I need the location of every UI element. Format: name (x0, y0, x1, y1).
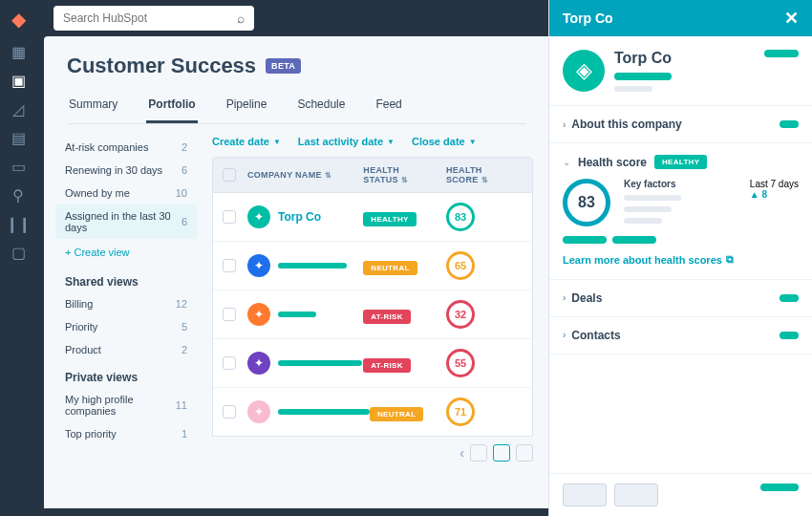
delta-value: ▲ 8 (750, 189, 799, 200)
filter-create-date[interactable]: Create date▼ (212, 136, 281, 147)
tab-schedule[interactable]: Schedule (295, 92, 347, 123)
panel-footer (549, 473, 812, 516)
section-about[interactable]: ›About this company (549, 106, 812, 143)
row-checkbox[interactable] (223, 210, 236, 224)
table-row[interactable]: ✦ AT-RISK 55 (213, 339, 532, 388)
footer-button-2[interactable] (614, 484, 658, 506)
view-product[interactable]: Product2 (55, 338, 197, 361)
company-avatar: ✦ (247, 303, 270, 326)
nav-box-icon[interactable]: ▢ (11, 245, 26, 260)
section-deals[interactable]: ›Deals (549, 280, 812, 317)
learn-more-link[interactable]: Learn more about health scores ⧉ (563, 253, 734, 266)
external-link-icon: ⧉ (726, 253, 734, 266)
section-contacts[interactable]: ›Contacts (549, 317, 812, 355)
search-input[interactable] (63, 11, 229, 25)
company-bar (278, 409, 370, 415)
table-row[interactable]: ✦ AT-RISK 32 (213, 290, 532, 339)
panel-header: Torp Co ✕ (549, 0, 812, 36)
view-owned[interactable]: Owned by me10 (55, 182, 197, 204)
score-ring: 32 (446, 300, 475, 329)
beta-badge: BETA (266, 58, 301, 74)
nav-doc-icon[interactable]: ▤ (11, 130, 26, 145)
action-stub[interactable] (764, 50, 799, 57)
pagination: ‹ (212, 437, 533, 469)
panel-body: ◈ Torp Co ›About this company ⌄ Health s… (549, 36, 812, 473)
filter-last-activity[interactable]: Last activity date▼ (298, 136, 395, 147)
content-area: Customer Success BETA Summary Portfolio … (44, 36, 548, 508)
chevron-down-icon: ▼ (469, 138, 477, 146)
list-area: Create date▼ Last activity date▼ Close d… (197, 124, 548, 508)
status-pill: AT-RISK (363, 310, 411, 324)
row-checkbox[interactable] (223, 405, 236, 419)
page-3[interactable] (516, 444, 533, 462)
status-pill: NEUTRAL (363, 261, 417, 275)
page-prev[interactable]: ‹ (459, 445, 464, 461)
company-avatar: ✦ (247, 254, 270, 277)
nav-grid-icon[interactable]: ▦ (11, 44, 26, 59)
table-row[interactable]: ✦ NEUTRAL 65 (213, 242, 532, 290)
close-icon[interactable]: ✕ (784, 8, 799, 29)
filter-close-date[interactable]: Close date▼ (412, 136, 477, 147)
row-checkbox[interactable] (223, 308, 236, 321)
view-top-priority[interactable]: Top priority1 (55, 422, 197, 445)
tab-summary[interactable]: Summary (67, 92, 119, 123)
nav-contacts-icon[interactable]: ▣ (11, 73, 26, 88)
row-checkbox[interactable] (223, 356, 236, 370)
status-pill: AT-RISK (363, 358, 411, 373)
status-pill: NEUTRAL (370, 407, 423, 421)
topbar: ⌕ (36, 0, 548, 36)
view-renewing[interactable]: Renewing in 30 days6 (55, 159, 197, 182)
tabs: Summary Portfolio Pipeline Schedule Feed (67, 92, 525, 124)
company-bar (278, 263, 347, 269)
filters: Create date▼ Last activity date▼ Close d… (212, 136, 533, 147)
page-2[interactable] (493, 444, 510, 462)
col-score[interactable]: HEALTH SCORE⇅ (446, 165, 523, 184)
stub (780, 294, 799, 302)
table-row[interactable]: ✦ NEUTRAL 71 (213, 388, 532, 436)
company-link[interactable]: Torp Co (278, 210, 321, 224)
company-avatar: ✦ (247, 352, 270, 375)
view-at-risk[interactable]: At-risk companies2 (55, 136, 197, 159)
nav-people-icon[interactable]: ⚲ (11, 187, 26, 203)
tab-pipeline[interactable]: Pipeline (224, 92, 269, 123)
section-health-score: ⌄ Health score HEALTHY 83 Key factors La… (549, 143, 812, 280)
hubspot-logo-icon[interactable]: ◆ (11, 8, 26, 31)
sort-icon: ⇅ (401, 176, 408, 184)
create-view-link[interactable]: + Create view (55, 239, 197, 266)
view-billing[interactable]: Billing12 (55, 292, 197, 315)
company-bar (278, 312, 316, 317)
company-avatar: ◈ (563, 50, 605, 92)
table-header: COMPANY NAME⇅ HEALTH STATUS⇅ HEALTH SCOR… (212, 157, 533, 193)
company-avatar: ✦ (247, 205, 270, 228)
company-side-panel: Torp Co ✕ ◈ Torp Co ›About this company (548, 0, 812, 516)
search-icon[interactable]: ⌕ (237, 11, 245, 26)
row-checkbox[interactable] (223, 259, 236, 272)
nav-chart-icon[interactable]: ❙❙ (11, 216, 26, 231)
chevron-down-icon[interactable]: ⌄ (563, 157, 570, 167)
select-all-checkbox[interactable] (223, 168, 236, 182)
score-ring: 83 (446, 203, 475, 231)
tab-feed[interactable]: Feed (374, 92, 403, 123)
view-assigned[interactable]: Assigned in the last 30 days6 (55, 204, 197, 239)
col-status[interactable]: HEALTH STATUS⇅ (363, 165, 446, 184)
page-title: Customer Success (67, 54, 256, 78)
nav-folder-icon[interactable]: ▭ (11, 159, 26, 174)
left-nav: ◆ ▦ ▣ ◿ ▤ ▭ ⚲ ❙❙ ▢ (0, 0, 36, 516)
page-1[interactable] (470, 444, 487, 462)
col-company[interactable]: COMPANY NAME⇅ (247, 170, 363, 180)
private-views-header: Private views (55, 361, 197, 388)
chevron-down-icon: ▼ (387, 138, 395, 146)
nav-send-icon[interactable]: ◿ (11, 101, 26, 117)
health-badge: HEALTHY (654, 155, 707, 169)
footer-button-1[interactable] (563, 484, 607, 506)
company-bar (278, 360, 362, 366)
table-row[interactable]: ✦Torp Co HEALTHY 83 (213, 193, 532, 242)
stub (780, 120, 799, 128)
search-input-wrap[interactable]: ⌕ (53, 6, 254, 31)
footer-action[interactable] (760, 484, 799, 491)
view-high-profile[interactable]: My high profile companies11 (55, 388, 197, 422)
status-pill: HEALTHY (363, 212, 416, 226)
view-priority[interactable]: Priority5 (55, 315, 197, 338)
company-bar (614, 73, 672, 80)
tab-portfolio[interactable]: Portfolio (146, 92, 197, 123)
